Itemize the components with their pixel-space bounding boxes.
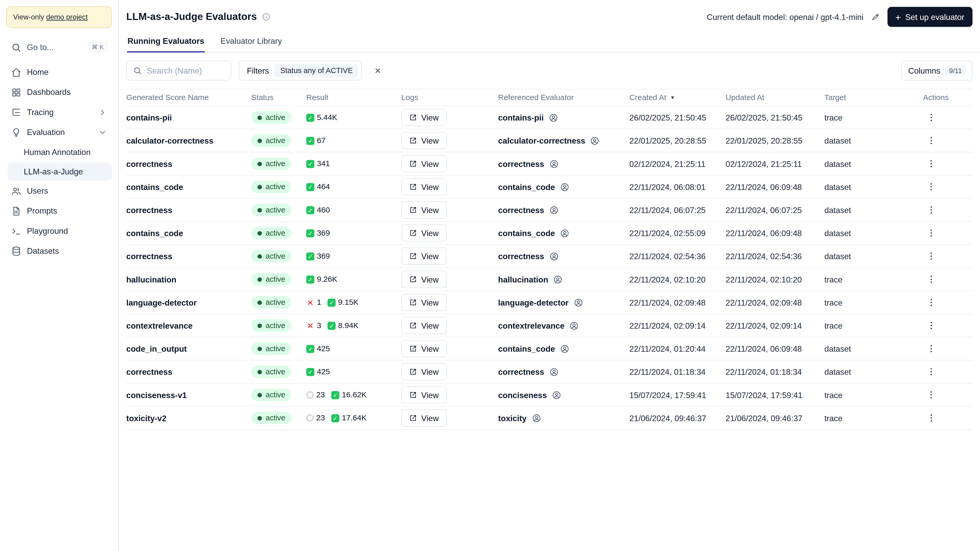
row-actions-button[interactable] xyxy=(923,179,940,195)
view-logs-button[interactable]: View xyxy=(401,224,447,241)
table-row[interactable]: conciseness-v1 active 23✓16.62K View con… xyxy=(126,384,972,407)
sidebar-item-tracing[interactable]: Tracing xyxy=(6,103,112,122)
view-logs-button[interactable]: View xyxy=(401,201,447,219)
row-actions-button[interactable] xyxy=(923,156,940,172)
target-cell: dataset xyxy=(824,344,923,353)
person-circle-icon xyxy=(531,413,541,423)
row-actions-button[interactable] xyxy=(923,271,940,287)
view-label: View xyxy=(421,298,439,307)
view-logs-button[interactable]: View xyxy=(401,317,447,334)
table-row[interactable]: code_in_output active ✓425 View contains… xyxy=(126,337,972,360)
column-header-created-at[interactable]: Created At ▼ xyxy=(630,93,725,102)
logs-cell: View xyxy=(401,109,498,126)
success-result-badge: ✓369 xyxy=(306,229,330,237)
sidebar-item-users[interactable]: Users xyxy=(6,182,112,200)
person-circle-icon xyxy=(549,159,558,168)
person-circle-icon xyxy=(570,321,579,330)
sidebar-item-datasets[interactable]: Datasets xyxy=(6,242,112,260)
tab-running-evaluators[interactable]: Running Evaluators xyxy=(127,30,205,52)
table-row[interactable]: calculator-correctness active ✓67 View c… xyxy=(126,129,972,152)
score-name-cell: contains_code xyxy=(126,182,251,192)
clear-filters-button[interactable]: ✕ xyxy=(370,62,386,79)
status-label: active xyxy=(266,229,285,237)
table-row[interactable]: contains_code active ✓464 View contains_… xyxy=(126,175,972,198)
columns-button[interactable]: Columns 9/11 xyxy=(901,60,972,81)
sidebar-item-playground[interactable]: Playground xyxy=(6,222,112,240)
referenced-evaluator-name: contains_code xyxy=(498,344,555,353)
sidebar-item-evaluation[interactable]: Evaluation xyxy=(6,123,112,142)
row-actions-button[interactable] xyxy=(923,110,940,126)
row-actions-button[interactable] xyxy=(923,248,940,264)
status-label: active xyxy=(266,298,285,307)
view-logs-button[interactable]: View xyxy=(401,409,447,427)
view-logs-button[interactable]: View xyxy=(401,294,447,311)
sidebar: View-only demo project Go to... ⌘ K Home… xyxy=(0,0,119,551)
sort-desc-icon: ▼ xyxy=(670,95,675,100)
info-icon[interactable] xyxy=(262,13,270,21)
sidebar-item-dashboards[interactable]: Dashboards xyxy=(6,83,112,102)
sidebar-item-home[interactable]: Home xyxy=(6,63,112,82)
table-row[interactable]: correctness active ✓425 View correctness… xyxy=(126,360,972,384)
row-actions-button[interactable] xyxy=(923,318,940,334)
filters-button[interactable]: Filters Status any of ACTIVE xyxy=(239,60,362,81)
table-row[interactable]: contains_code active ✓369 View contains_… xyxy=(126,222,972,245)
created-at-cell: 22/11/2024, 02:09:48 xyxy=(630,298,725,307)
referenced-evaluator-name: correctness xyxy=(498,251,544,261)
row-actions-button[interactable] xyxy=(923,202,940,218)
filter-chip[interactable]: Status any of ACTIVE xyxy=(275,64,358,78)
referenced-evaluator-name: language-detector xyxy=(498,298,568,307)
view-logs-button[interactable]: View xyxy=(401,271,447,288)
row-actions-button[interactable] xyxy=(923,364,940,380)
updated-at-cell: 26/02/2025, 21:50:45 xyxy=(725,113,824,122)
table-row[interactable]: contextrelevance active ✕3✓8.94K View co… xyxy=(126,314,972,337)
view-logs-button[interactable]: View xyxy=(401,132,447,149)
table-row[interactable]: correctness active ✓460 View correctness… xyxy=(126,199,972,222)
table-row[interactable]: correctness active ✓369 View correctness… xyxy=(126,245,972,268)
row-actions-button[interactable] xyxy=(923,341,940,357)
score-name-cell: contains-pii xyxy=(126,113,251,122)
table-row[interactable]: hallucination active ✓9.26K View halluci… xyxy=(126,268,972,291)
view-logs-button[interactable]: View xyxy=(401,340,447,357)
sidebar-item-llm-as-a-judge[interactable]: LLM-as-a-Judge xyxy=(8,162,112,181)
target-cell: trace xyxy=(824,321,923,330)
row-actions-button[interactable] xyxy=(923,132,940,149)
updated-at-cell: 22/01/2025, 20:28:55 xyxy=(725,136,824,145)
score-name-cell: contains_code xyxy=(126,228,251,238)
status-badge: active xyxy=(251,250,291,262)
sidebar-item-prompts[interactable]: Prompts xyxy=(6,202,112,221)
actions-cell xyxy=(923,387,972,403)
setup-evaluator-button[interactable]: + Set up evaluator xyxy=(887,7,972,27)
row-actions-button[interactable] xyxy=(923,410,940,426)
table-row[interactable]: language-detector active ✕1✓9.15K View l… xyxy=(126,291,972,314)
view-logs-button[interactable]: View xyxy=(401,109,447,126)
view-logs-button[interactable]: View xyxy=(401,248,447,265)
view-logs-button[interactable]: View xyxy=(401,178,447,195)
row-actions-button[interactable] xyxy=(923,387,940,403)
demo-project-link[interactable]: demo project xyxy=(46,13,88,21)
result-count: 369 xyxy=(317,252,330,261)
view-logs-button[interactable]: View xyxy=(401,386,447,403)
score-name: conciseness-v1 xyxy=(126,390,187,399)
table-row[interactable]: correctness active ✓341 View correctness… xyxy=(126,152,972,175)
result-count: 425 xyxy=(317,344,330,353)
kebab-menu-icon xyxy=(926,135,937,146)
referenced-evaluator-name: calculator-correctness xyxy=(498,136,585,145)
table-row[interactable]: contains-pii active ✓5.44K View contains… xyxy=(126,106,972,129)
view-logs-button[interactable]: View xyxy=(401,363,447,381)
row-actions-button[interactable] xyxy=(923,294,940,311)
status-label: active xyxy=(266,137,285,145)
updated-at-cell: 02/12/2024, 21:25:11 xyxy=(725,159,824,168)
success-result-badge: ✓16.62K xyxy=(331,391,367,399)
row-actions-button[interactable] xyxy=(923,225,940,241)
column-header-updated-at: Updated At xyxy=(725,93,824,102)
view-logs-button[interactable]: View xyxy=(401,155,447,172)
logs-cell: View xyxy=(401,248,498,265)
actions-cell xyxy=(923,248,972,264)
tab-evaluator-library[interactable]: Evaluator Library xyxy=(220,30,283,52)
search-input[interactable] xyxy=(147,66,220,75)
sidebar-item-human-annotation[interactable]: Human Annotation xyxy=(8,143,112,161)
goto-search[interactable]: Go to... ⌘ K xyxy=(6,38,112,57)
created-at-cell: 02/12/2024, 21:25:11 xyxy=(630,159,725,168)
edit-model-button[interactable] xyxy=(870,11,881,22)
table-row[interactable]: toxicity-v2 active 23✓17.64K View toxici… xyxy=(126,407,972,430)
